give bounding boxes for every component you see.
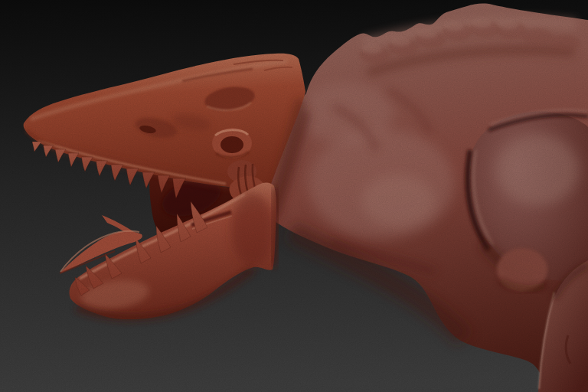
canvas-grain-overlay [0, 0, 588, 392]
creature-canvas[interactable] [0, 0, 588, 392]
sculpt-viewport[interactable] [0, 0, 588, 392]
